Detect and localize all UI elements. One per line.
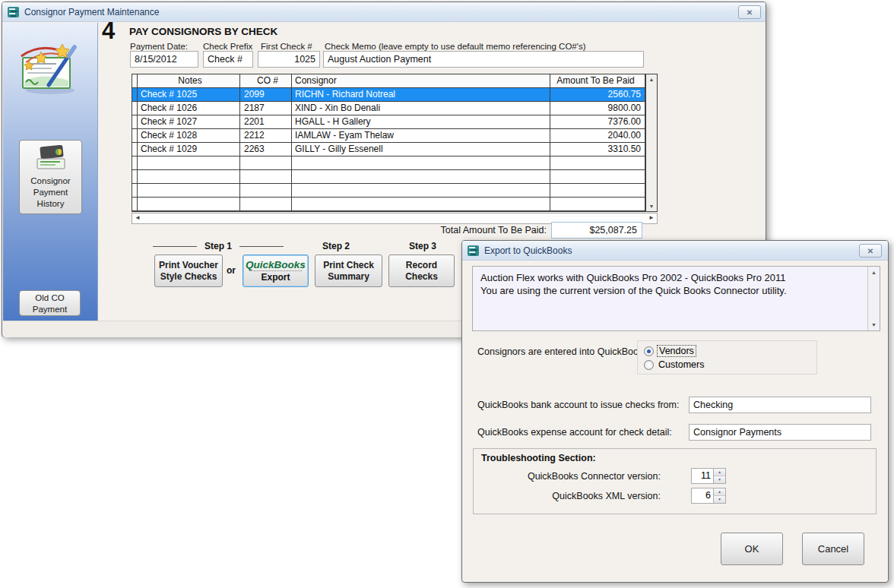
table-row[interactable] [132,198,657,211]
cell-co[interactable]: 2187 [240,102,292,115]
payment-date-label: Payment Date: [130,42,188,51]
quickbooks-export-button[interactable]: QuickBooks Export [243,254,309,287]
row-indicator [132,184,138,198]
cell-notes[interactable] [138,198,240,211]
table-row[interactable] [132,170,657,184]
first-check-input[interactable] [258,51,320,68]
cell-amount[interactable] [550,198,645,211]
table-row[interactable]: Check # 10262187XIND - Xin Bo Denali9800… [132,102,657,115]
check-prefix-input[interactable] [203,51,253,68]
expense-account-input[interactable] [689,424,871,441]
cell-co[interactable] [240,184,292,198]
row-indicator [132,170,138,184]
record-checks-button[interactable]: Record Checks [388,254,455,287]
table-row[interactable]: Check # 10292263GILLY - Gilly Essenell33… [132,143,657,156]
cell-amount[interactable]: 2040.00 [550,129,645,143]
spin-down-icon[interactable]: ▼ [714,495,725,503]
cell-consignor[interactable]: RICHN - Richard Notreal [292,88,550,102]
close-icon: ✕ [867,247,873,255]
scroll-left-icon[interactable]: ◄ [135,214,141,221]
table-row[interactable]: Check # 10282212IAMLAW - Eyam Thelaw2040… [132,129,657,143]
cell-consignor[interactable]: XIND - Xin Bo Denali [292,102,550,115]
ok-button[interactable]: OK [721,533,783,565]
cell-amount[interactable] [550,170,645,184]
cell-co[interactable] [240,156,292,170]
radio-selected-icon [644,346,654,356]
scroll-up-icon[interactable]: ▲ [646,77,657,82]
row-indicator [132,102,138,115]
radio-customers[interactable]: Customers [644,359,705,370]
spin-up-icon[interactable]: ▲ [714,469,725,476]
cell-consignor[interactable]: GILLY - Gilly Essenell [292,143,550,156]
scroll-down-icon[interactable]: ▼ [868,322,880,327]
main-titlebar[interactable]: Consignor Payment Maintenance ✕ [2,2,766,22]
print-check-summary-button[interactable]: Print Check Summary [315,254,382,287]
cancel-button[interactable]: Cancel [802,533,864,565]
info-line-1: Auction Flex works with QuickBooks Pro 2… [480,271,872,284]
table-row[interactable]: Check # 10252099RICHN - Richard Notreal2… [132,88,657,102]
spin-down-icon[interactable]: ▼ [714,476,725,483]
xml-version-spinner[interactable]: 6 ▲ ▼ [691,488,726,504]
cell-notes[interactable] [138,184,240,198]
cell-notes[interactable]: Check # 1028 [138,129,240,143]
cell-notes[interactable]: Check # 1026 [138,102,240,115]
cell-co[interactable]: 2099 [240,88,292,102]
grid-vertical-scrollbar[interactable]: ▲ ▼ [645,74,657,211]
check-memo-input[interactable] [323,51,644,68]
dialog-close-button[interactable]: ✕ [859,244,882,258]
col-header-co[interactable]: CO # [240,74,292,88]
cell-consignor[interactable] [292,170,550,184]
connector-version-spinner[interactable]: 11 ▲ ▼ [691,468,726,484]
cell-consignor[interactable]: IAMLAW - Eyam Thelaw [292,129,550,143]
col-header-amount[interactable]: Amount To Be Paid [550,74,645,88]
old-co-payment-label: Old CO Payment [33,293,67,314]
app-logo-icon [8,6,20,18]
cell-consignor[interactable] [292,156,550,170]
spin-up-icon[interactable]: ▲ [714,488,725,495]
cell-notes[interactable]: Check # 1029 [138,143,240,156]
cell-amount[interactable]: 3310.50 [550,143,645,156]
expense-account-label: QuickBooks expense account for check det… [477,427,672,438]
checkbook-icon [34,145,68,171]
cell-co[interactable]: 2201 [240,115,292,129]
consignor-payment-history-button[interactable]: Consignor Payment History [19,140,82,214]
cell-notes[interactable]: Check # 1025 [138,88,240,102]
cell-notes[interactable] [138,170,240,184]
table-row[interactable] [132,156,657,170]
check-memo-label: Check Memo (leave empty to use default m… [325,42,586,51]
payment-date-input[interactable] [130,51,198,68]
col-header-notes[interactable]: Notes [138,74,240,88]
dialog-titlebar[interactable]: Export to QuickBooks ✕ [462,241,888,261]
cell-co[interactable]: 2263 [240,143,292,156]
cell-amount[interactable] [550,184,645,198]
info-vertical-scrollbar[interactable]: ▲ ▼ [867,267,880,330]
radio-vendors[interactable]: Vendors [644,345,696,357]
bank-account-label: QuickBooks bank account to issue checks … [477,400,679,410]
old-co-payment-button[interactable]: Old CO Payment [19,290,81,316]
bank-account-input[interactable] [689,397,871,413]
cell-amount[interactable] [550,156,645,170]
cell-co[interactable] [240,198,292,211]
cell-amount[interactable]: 7376.00 [550,115,645,129]
cell-amount[interactable]: 2560.75 [550,88,645,102]
table-row[interactable] [132,184,657,198]
scroll-down-icon[interactable]: ▼ [646,204,657,209]
cell-notes[interactable]: Check # 1027 [138,115,240,129]
cell-co[interactable] [240,170,292,184]
scroll-up-icon[interactable]: ▲ [868,270,880,275]
main-close-button[interactable]: ✕ [738,5,761,19]
row-indicator [132,143,138,156]
sidebar: Consignor Payment History Old CO Payment [3,23,98,321]
cell-consignor[interactable] [292,198,550,211]
scroll-right-icon[interactable]: ► [648,214,655,221]
print-voucher-style-checks-button[interactable]: Print Voucher Style Checks [154,254,223,287]
col-header-consignor[interactable]: Consignor [292,74,550,88]
row-indicator [132,115,138,129]
cell-consignor[interactable] [292,184,550,198]
cell-co[interactable]: 2212 [240,129,292,143]
cell-consignor[interactable]: HGALL - H Gallery [292,115,550,129]
cell-notes[interactable] [138,156,240,170]
cell-amount[interactable]: 9800.00 [550,102,645,115]
step1-line-left [153,246,197,247]
table-row[interactable]: Check # 10272201HGALL - H Gallery7376.00 [132,115,657,129]
